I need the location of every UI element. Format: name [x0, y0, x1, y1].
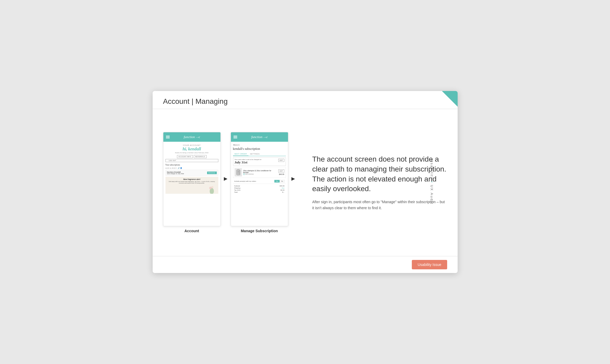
order-edit-btn[interactable]: EDIT [278, 159, 284, 162]
shipping-value: free [282, 187, 284, 189]
svg-point-2 [211, 186, 213, 188]
flower-decoration [207, 183, 217, 194]
pump-no-btn[interactable]: No [280, 180, 285, 183]
order-label: Your next order is set to be charged on [235, 159, 262, 160]
arrow-icon-1: ▶ [224, 176, 228, 181]
manage-title: kendall's subscription [233, 147, 286, 151]
total-label: Total [234, 191, 238, 193]
subscriptions-title: Your subscriptions [165, 164, 218, 166]
phone-header-1: function —of [163, 132, 220, 142]
main-analysis-text: The account screen does not provide a cl… [312, 154, 447, 194]
product-edit-btn[interactable]: EDIT [278, 169, 284, 173]
phone-mockup-account: function —of YOUR ACCOUNT hi, kendall th… [163, 132, 221, 226]
corner-accent [442, 91, 458, 107]
side-label-usability: Usability [430, 160, 434, 179]
hamburger-icon [166, 136, 170, 138]
account-info-btn[interactable]: ACCOUNT INFO [177, 155, 193, 158]
tax-row: Tax (GA) $3.00 [234, 189, 285, 191]
svg-rect-7 [239, 170, 240, 175]
sub-name: function of kendall [167, 171, 184, 173]
promo-title: New fragrance alert [167, 178, 217, 180]
hamburger-icon-2 [234, 136, 237, 138]
manage-btn[interactable]: MANAGE [207, 172, 217, 174]
tab-next-order[interactable]: NEXT ORDER [233, 152, 249, 156]
mockups-section: function —of YOUR ACCOUNT hi, kendall th… [163, 114, 299, 251]
pump-row: Include pump(s) with my orders Yes No [233, 179, 286, 184]
product-row: 16oz shampoo & 16oz conditioner for kend… [233, 167, 286, 178]
side-label-dot: • [430, 181, 434, 185]
total-row: Total $... [234, 191, 285, 193]
order-date: July 31st [235, 160, 262, 164]
phone-mockup-manage: function —of ◀ BACK kendall's subscripti… [231, 132, 288, 226]
slide-container: Usability • UX Audit Account | Managing … [153, 91, 458, 273]
usability-badge[interactable]: Usability Issue [412, 260, 447, 269]
product-name: 16oz shampoo & 16oz conditioner for kend… [243, 170, 277, 173]
arrow-icon-2: ▶ [291, 176, 295, 181]
referrals-btn[interactable]: REFERRALS [194, 155, 207, 158]
product-image [235, 168, 242, 177]
section-label: HAIR & BODY 🔗 👤 [165, 167, 218, 169]
subtotal-value: $49.99 [280, 185, 284, 187]
header-logo-2: function —of [251, 135, 268, 139]
sub-analysis-text: After sign in, participants most often g… [312, 199, 447, 211]
account-buttons: ACCOUNT INFO REFERRALS [165, 155, 218, 158]
side-label-ux-audit: UX Audit [430, 185, 434, 204]
tab-settings[interactable]: SETTINGS [248, 152, 261, 156]
text-section: The account screen does not provide a cl… [307, 114, 447, 251]
phone-header-2: function —of [231, 132, 288, 142]
svg-rect-6 [236, 170, 238, 175]
slide-footer: Usability Issue [153, 256, 458, 273]
order-summary: Subtotal $49.99 Shipping free Tax (GA) $… [233, 185, 286, 194]
mockup-account-wrapper: function —of YOUR ACCOUNT hi, kendall th… [163, 132, 221, 233]
tax-value: $3.00 [280, 189, 284, 191]
subtotal-label: Subtotal [234, 185, 240, 187]
mockup-manage-wrapper: function —of ◀ BACK kendall's subscripti… [231, 132, 288, 233]
manage-body: ◀ BACK kendall's subscription NEXT ORDER… [231, 142, 288, 196]
account-body: YOUR ACCOUNT hi, kendall thanks for bein… [163, 142, 220, 196]
product-recurring: RECURRING [243, 173, 277, 175]
side-label: Usability • UX Audit [430, 160, 434, 204]
slide-header: Account | Managing [153, 91, 458, 109]
back-link[interactable]: ◀ BACK [233, 144, 286, 146]
greeting-label: YOUR ACCOUNT [165, 144, 218, 146]
order-box: Your next order is set to be charged on … [233, 157, 286, 166]
product-price: $49.99 [279, 173, 284, 175]
product-svg [236, 169, 241, 175]
shipping-row: Shipping free [234, 187, 285, 189]
sub-next: next charge on July 31st [167, 173, 184, 174]
pump-label: Include pump(s) with my orders [234, 180, 256, 182]
subtotal-row: Subtotal $49.99 [234, 185, 285, 187]
greeting-name: hi, kendall [165, 147, 218, 151]
header-logo-1: function —of [184, 135, 200, 139]
logout-btn[interactable]: LOG OUT [165, 159, 218, 162]
manage-tabs: NEXT ORDER SETTINGS [233, 152, 286, 156]
mockup-label-account: Account [185, 229, 199, 233]
subscription-item: function of kendall next charge on July … [165, 170, 218, 176]
slide-content: function —of YOUR ACCOUNT hi, kendall th… [153, 109, 458, 256]
shipping-label: Shipping [234, 187, 240, 189]
promo-section: New fragrance alert Sail away with our b… [165, 177, 218, 194]
mockup-label-manage: Manage Subscription [241, 229, 278, 233]
slide-title: Account | Managing [163, 97, 447, 106]
pump-yes-btn[interactable]: Yes [274, 180, 280, 183]
total-value: $... [282, 191, 284, 193]
member-text: thanks for being a member since February… [165, 152, 218, 153]
tax-label: Tax (GA) [234, 189, 241, 191]
